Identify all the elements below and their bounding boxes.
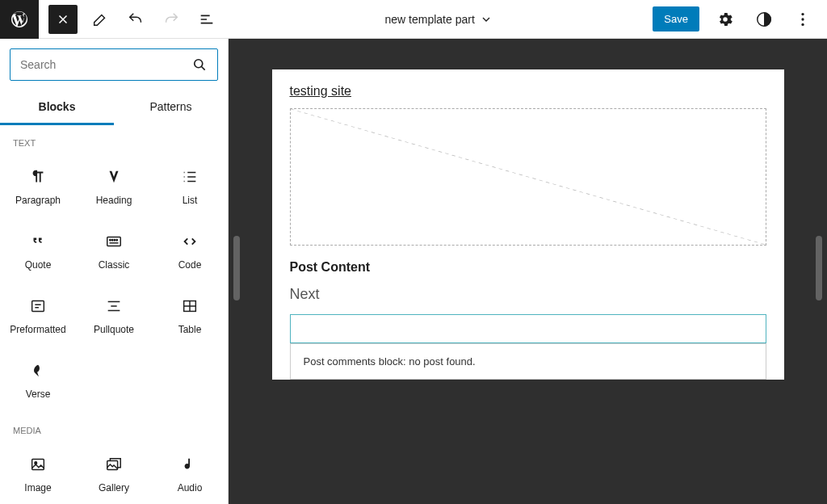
blocks-section-list: TEXTParagraphHeadingListQuoteClassicCode…	[0, 125, 228, 504]
classic-icon	[104, 232, 124, 251]
preformatted-icon	[28, 296, 48, 316]
list-view-button[interactable]	[191, 3, 223, 36]
featured-image-placeholder[interactable]	[290, 108, 766, 246]
tab-blocks[interactable]: Blocks	[0, 90, 114, 125]
gallery-icon	[104, 455, 124, 474]
block-item-heading[interactable]: Heading	[76, 154, 152, 219]
template-page[interactable]: testing site Post Content Next Post comm…	[272, 69, 784, 380]
more-options-button[interactable]	[787, 3, 819, 36]
section-heading: MEDIA	[0, 413, 228, 442]
post-comments-block-message[interactable]: Post comments block: no post found.	[290, 343, 766, 380]
pullquote-icon	[104, 296, 124, 316]
svg-point-7	[111, 239, 112, 240]
post-content-heading[interactable]: Post Content	[290, 260, 766, 275]
block-item-quote[interactable]: Quote	[0, 219, 76, 284]
redo-button[interactable]	[155, 3, 187, 36]
block-item-verse[interactable]: Verse	[0, 348, 76, 413]
block-label: List	[183, 195, 198, 206]
selected-empty-block[interactable]	[290, 314, 766, 343]
svg-point-6	[110, 239, 111, 240]
block-label: Image	[24, 482, 51, 494]
table-icon	[180, 296, 199, 316]
paragraph-icon	[28, 167, 48, 187]
block-label: Heading	[96, 195, 132, 206]
tab-patterns[interactable]: Patterns	[114, 90, 228, 125]
block-label: Gallery	[99, 482, 129, 494]
block-label: Preformatted	[10, 324, 65, 335]
block-item-classic[interactable]: Classic	[76, 219, 152, 284]
svg-point-3	[801, 23, 804, 25]
quote-icon	[28, 232, 48, 251]
svg-rect-12	[32, 460, 44, 470]
block-label: Pullquote	[94, 324, 134, 335]
site-title-block[interactable]: testing site	[290, 84, 766, 99]
block-item-paragraph[interactable]: Paragraph	[0, 154, 76, 219]
wordpress-logo[interactable]	[0, 0, 39, 39]
edit-icon[interactable]	[84, 3, 116, 36]
svg-point-9	[116, 239, 117, 240]
block-item-preformatted[interactable]: Preformatted	[0, 284, 76, 348]
undo-button[interactable]	[120, 3, 152, 36]
svg-line-15	[291, 109, 766, 245]
block-label: Table	[178, 324, 202, 335]
block-label: Quote	[25, 259, 52, 271]
image-icon	[28, 455, 48, 474]
block-item-code[interactable]: Code	[152, 219, 228, 284]
audio-icon	[180, 455, 199, 474]
svg-rect-10	[32, 301, 44, 312]
block-item-list[interactable]: List	[152, 154, 228, 219]
save-button[interactable]: Save	[653, 6, 699, 32]
block-label: Paragraph	[15, 195, 61, 206]
styles-button[interactable]	[748, 3, 780, 36]
search-box[interactable]	[10, 48, 218, 81]
block-item-pullquote[interactable]: Pullquote	[76, 284, 152, 348]
list-icon	[180, 167, 199, 187]
code-icon	[180, 232, 199, 251]
svg-point-1	[801, 12, 804, 15]
top-toolbar: new template part Save	[0, 0, 827, 39]
block-item-gallery[interactable]: Gallery	[76, 442, 152, 504]
heading-icon	[104, 167, 124, 187]
search-icon	[191, 57, 208, 73]
chevron-down-icon	[480, 13, 493, 26]
block-label: Classic	[99, 259, 130, 271]
block-label: Code	[178, 259, 202, 271]
editor-canvas: testing site Post Content Next Post comm…	[229, 39, 827, 504]
svg-point-4	[195, 60, 203, 68]
block-item-table[interactable]: Table	[152, 284, 228, 348]
block-inserter-panel: Blocks Patterns TEXTParagraphHeadingList…	[0, 39, 229, 504]
svg-point-8	[114, 239, 115, 240]
document-title-dropdown[interactable]: new template part	[385, 13, 493, 26]
section-heading: TEXT	[0, 125, 228, 154]
canvas-scroll-handle-left[interactable]	[233, 236, 240, 300]
svg-point-2	[801, 18, 804, 20]
block-label: Audio	[178, 482, 203, 494]
block-item-image[interactable]: Image	[0, 442, 76, 504]
block-label: Verse	[26, 388, 51, 400]
canvas-scroll-handle-right[interactable]	[816, 236, 822, 300]
search-input[interactable]	[20, 58, 191, 71]
document-title: new template part	[385, 13, 475, 26]
verse-icon	[28, 361, 48, 380]
settings-button[interactable]	[709, 3, 741, 36]
block-item-audio[interactable]: Audio	[152, 442, 228, 504]
close-inserter-button[interactable]	[48, 5, 78, 34]
next-heading[interactable]: Next	[290, 286, 766, 303]
svg-rect-5	[107, 237, 121, 246]
